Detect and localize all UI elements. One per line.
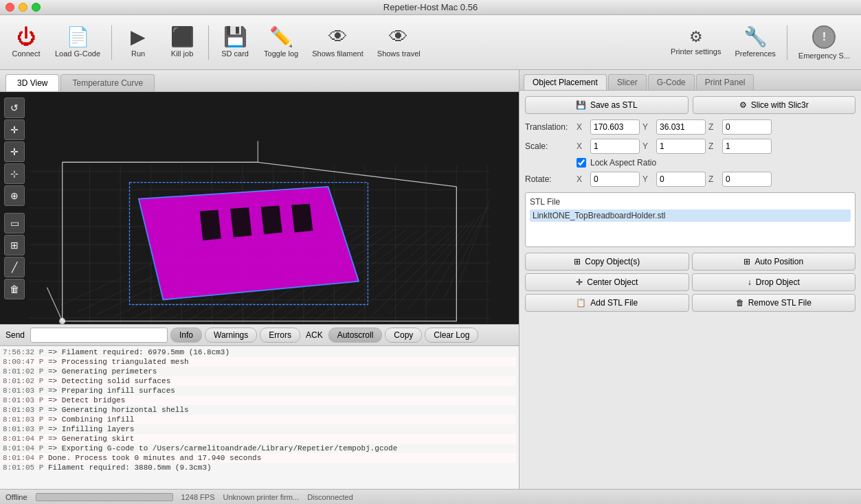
drop-object-button[interactable]: ↓ Drop Object	[692, 273, 856, 291]
lock-aspect-label: Lock Aspect Ratio	[590, 158, 656, 168]
tab-gcode[interactable]: G-Code	[648, 74, 695, 90]
pan-tool-button[interactable]: ✛	[4, 141, 25, 162]
sd-card-button[interactable]: 💾 SD card	[214, 18, 256, 67]
clear-log-button[interactable]: Clear Log	[425, 328, 478, 343]
center-object-button[interactable]: ✛ Center Object	[525, 273, 689, 291]
minimize-button[interactable]	[19, 3, 27, 12]
sx-label: X	[577, 141, 588, 151]
main-content: 3D View Temperature Curve	[0, 70, 861, 489]
sd-card-icon: 💾	[223, 27, 247, 47]
firmware-info: Unknown printer firm...	[223, 493, 300, 501]
toggle-log-button[interactable]: ✏️ Toggle log	[258, 18, 304, 67]
tab-object-placement[interactable]: Object Placement	[524, 74, 607, 90]
tool-strip: ↺ ✛ ✛ ⊹ ⊕ ▭ ⊞ ╱ 🗑	[4, 98, 25, 299]
transform-tool-button[interactable]: ⊹	[4, 163, 25, 184]
progress-bar	[36, 493, 173, 501]
copy-objects-button[interactable]: ⊞ Copy Object(s)	[525, 253, 689, 271]
eye2-icon: 👁	[389, 27, 408, 47]
scale-x-input[interactable]	[590, 139, 640, 154]
translation-y-input[interactable]	[656, 119, 706, 135]
translation-xyz: X Y Z	[577, 119, 772, 135]
close-button[interactable]	[5, 3, 14, 12]
translation-x-input[interactable]	[590, 119, 640, 135]
rotate-x-input[interactable]	[590, 172, 640, 187]
send-input[interactable]	[30, 328, 168, 343]
scale-z-input[interactable]	[722, 139, 772, 154]
tab-temperature-curve[interactable]: Temperature Curve	[60, 74, 155, 91]
load-gcode-button[interactable]: 📄 Load G-Code	[49, 18, 106, 67]
title-bar: Repetier-Host Mac 0.56	[0, 0, 861, 15]
log-line: 8:00:47 P => Processing triangulated mes…	[3, 357, 516, 367]
3d-view[interactable]: ↺ ✛ ✛ ⊹ ⊕ ▭ ⊞ ╱ 🗑	[0, 92, 519, 324]
kill-job-button[interactable]: ⬛ Kill job	[161, 18, 203, 67]
settings-icon: ⚙	[739, 100, 747, 110]
shows-travel-button[interactable]: 👁 Shows travel	[372, 18, 426, 67]
view-flat-button[interactable]: ▭	[4, 213, 25, 233]
add-stl-button[interactable]: 📋 Add STL File	[525, 294, 689, 312]
file-icon: 📄	[66, 27, 90, 47]
rotate-label: Rotate:	[525, 174, 577, 184]
move-tool-button[interactable]: ✛	[4, 119, 25, 140]
refresh-view-button[interactable]: ↺	[4, 98, 25, 118]
tab-print-panel[interactable]: Print Panel	[696, 74, 754, 90]
preferences-button[interactable]: 🔧 Preferences	[729, 18, 781, 67]
emergency-icon: !	[812, 25, 836, 49]
svg-marker-56	[261, 205, 282, 234]
translation-z-input[interactable]	[722, 119, 772, 135]
separator	[111, 25, 112, 60]
sy-label: Y	[642, 141, 653, 151]
trash-icon: 🗑	[736, 298, 744, 308]
traffic-lights	[5, 3, 41, 12]
svg-marker-54	[200, 210, 221, 240]
save-icon: 💾	[576, 100, 586, 110]
ry-label: Y	[642, 174, 653, 184]
svg-marker-53	[139, 187, 359, 300]
lock-aspect-checkbox[interactable]	[577, 158, 586, 168]
scale-y-input[interactable]	[656, 139, 706, 154]
connect-button[interactable]: ⏻ Connect	[5, 18, 47, 67]
grid-button[interactable]: ⊞	[4, 235, 25, 255]
add-file-icon: 📋	[576, 298, 586, 308]
rotate-z-input[interactable]	[722, 172, 772, 187]
slice-button[interactable]: ⚙ Slice with Slic3r	[693, 96, 856, 114]
log-line: 8:01:02 P => Generating perimeters	[3, 367, 516, 376]
rotate-y-input[interactable]	[656, 172, 706, 187]
run-button[interactable]: ▶ Run	[118, 18, 159, 67]
auto-position-button[interactable]: ⊞ Auto Position	[692, 253, 856, 271]
toolbar-right: ⚙ Printer settings 🔧 Preferences ! Emerg…	[665, 18, 856, 67]
tab-slicer[interactable]: Slicer	[608, 74, 647, 90]
log-content: 7:56:32 P => Filament required: 6979.5mm…	[0, 346, 519, 489]
autoscroll-button[interactable]: Autoscroll	[328, 328, 383, 343]
copy-button[interactable]: Copy	[385, 328, 422, 343]
shows-filament-button[interactable]: 👁 Shows filament	[306, 18, 369, 67]
save-stl-button[interactable]: 💾 Save as STL	[525, 96, 689, 114]
left-panel: 3D View Temperature Curve	[0, 70, 519, 489]
log-line: 8:01:03 P => Infilling layers	[3, 424, 516, 434]
maximize-button[interactable]	[32, 3, 41, 12]
translation-label: Translation:	[525, 122, 577, 132]
printer-settings-button[interactable]: ⚙ Printer settings	[665, 18, 726, 67]
fps-counter: 1248 FPS	[181, 493, 215, 501]
emergency-button[interactable]: ! Emergency S...	[793, 18, 856, 67]
stop-icon: ⬛	[170, 27, 194, 47]
zoom-tool-button[interactable]: ⊕	[4, 185, 25, 206]
info-button[interactable]: Info	[170, 328, 202, 343]
log-line: 8:01:03 P => Generating horizontal shell…	[3, 405, 516, 415]
tab-3d-view[interactable]: 3D View	[5, 74, 59, 91]
delete-button[interactable]: 🗑	[4, 279, 25, 299]
remove-stl-button[interactable]: 🗑 Remove STL File	[692, 294, 856, 312]
separator	[208, 25, 209, 60]
lock-row: Lock Aspect Ratio	[525, 158, 856, 168]
errors-button[interactable]: Errors	[260, 328, 300, 343]
warnings-button[interactable]: Warnings	[205, 328, 257, 343]
sz-label: Z	[708, 141, 719, 151]
center-icon: ✛	[576, 277, 583, 287]
measure-button[interactable]: ╱	[4, 257, 25, 277]
svg-marker-57	[291, 204, 313, 233]
stl-filename[interactable]: LinkItONE_TopBreadboardHolder.stl	[530, 209, 851, 222]
app-title: Repetier-Host Mac 0.56	[383, 2, 478, 12]
object-placement-panel: 💾 Save as STL ⚙ Slice with Slic3r Transl…	[519, 91, 861, 489]
log-line: 8:01:03 P => Detect bridges	[3, 396, 516, 405]
rotate-row: Rotate: X Y Z	[525, 172, 856, 187]
send-label: Send	[5, 330, 25, 340]
